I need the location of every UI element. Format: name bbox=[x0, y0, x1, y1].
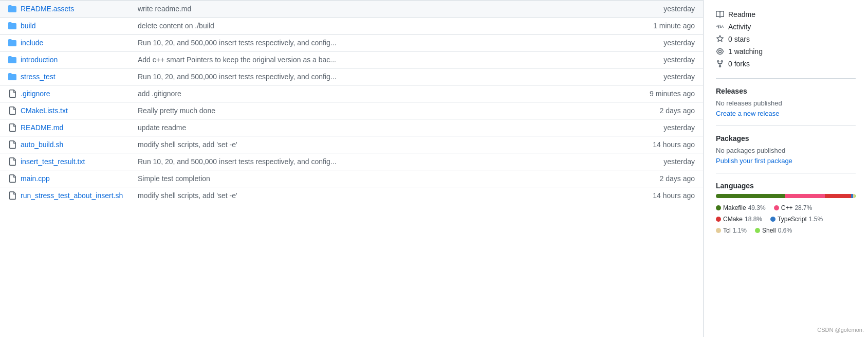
forks-meta[interactable]: 0 forks bbox=[716, 58, 856, 70]
table-row: insert_test_result.txtRun 10, 20, and 50… bbox=[0, 153, 703, 170]
folder-icon bbox=[8, 39, 16, 47]
stars-meta[interactable]: 0 stars bbox=[716, 33, 856, 45]
table-row: .gitignoreadd .gitignore9 minutes ago bbox=[0, 85, 703, 102]
file-commit-message: write readme.md bbox=[138, 5, 629, 13]
no-packages-text: No packages published bbox=[716, 147, 856, 154]
file-name[interactable]: insert_test_result.txt bbox=[21, 157, 134, 166]
file-icon bbox=[8, 90, 16, 98]
file-time: yesterday bbox=[633, 56, 695, 64]
language-dot bbox=[755, 228, 760, 233]
table-row: README.assetswrite readme.mdyesterday bbox=[0, 0, 703, 17]
table-row: introductionAdd c++ smart Pointers to ke… bbox=[0, 51, 703, 68]
file-time: yesterday bbox=[633, 123, 695, 132]
file-name[interactable]: introduction bbox=[21, 56, 134, 64]
table-row: run_stress_test_about_insert.shmodify sh… bbox=[0, 187, 703, 204]
language-name: CMake bbox=[723, 216, 743, 223]
language-bar-segment bbox=[785, 194, 825, 198]
folder-icon bbox=[8, 73, 16, 81]
releases-title: Releases bbox=[716, 87, 856, 95]
language-percentage: 1.5% bbox=[809, 216, 823, 223]
table-row: auto_build.shmodify shell scripts, add '… bbox=[0, 136, 703, 153]
file-time: 1 minute ago bbox=[633, 22, 695, 30]
file-icon bbox=[8, 123, 16, 132]
file-time: yesterday bbox=[633, 39, 695, 47]
language-dot bbox=[770, 217, 775, 222]
file-name[interactable]: auto_build.sh bbox=[21, 140, 134, 149]
no-releases-text: No releases published bbox=[716, 99, 856, 107]
file-time: yesterday bbox=[633, 5, 695, 13]
file-name[interactable]: run_stress_test_about_insert.sh bbox=[21, 191, 134, 200]
watching-meta[interactable]: 1 watching bbox=[716, 45, 856, 58]
file-name[interactable]: README.md bbox=[21, 123, 134, 132]
file-commit-message: Add c++ smart Pointers to keep the origi… bbox=[138, 56, 629, 64]
watching-label: 1 watching bbox=[728, 47, 763, 56]
folder-icon bbox=[8, 56, 16, 64]
language-item[interactable]: Makefile49.3% bbox=[716, 204, 766, 211]
watermark: CSDN @golemon. bbox=[817, 327, 864, 333]
language-percentage: 28.7% bbox=[795, 204, 812, 211]
packages-section: Packages No packages published Publish y… bbox=[716, 134, 856, 173]
file-name[interactable]: main.cpp bbox=[21, 174, 134, 183]
fork-icon bbox=[716, 60, 724, 68]
language-percentage: 0.6% bbox=[778, 227, 792, 234]
file-commit-message: add .gitignore bbox=[138, 90, 629, 98]
file-icon bbox=[8, 174, 16, 183]
file-name[interactable]: stress_test bbox=[21, 73, 134, 81]
file-commit-message: update readme bbox=[138, 123, 629, 132]
sidebar-meta-section: Readme Activity 0 stars bbox=[716, 8, 856, 79]
create-release-link[interactable]: Create a new release bbox=[716, 110, 780, 117]
language-list: Makefile49.3%C++28.7%CMake18.8%TypeScrip… bbox=[716, 204, 856, 234]
file-name[interactable]: build bbox=[21, 22, 134, 30]
languages-section: Languages Makefile49.3%C++28.7%CMake18.8… bbox=[716, 182, 856, 242]
folder-icon bbox=[8, 5, 16, 13]
publish-package-link[interactable]: Publish your first package bbox=[716, 157, 792, 165]
activity-meta[interactable]: Activity bbox=[716, 21, 856, 33]
language-item[interactable]: TypeScript1.5% bbox=[770, 216, 823, 223]
file-icon bbox=[8, 107, 16, 115]
language-bar bbox=[716, 194, 856, 198]
language-percentage: 49.3% bbox=[748, 204, 766, 211]
star-icon bbox=[716, 35, 724, 43]
readme-meta[interactable]: Readme bbox=[716, 8, 856, 21]
language-item[interactable]: Shell0.6% bbox=[755, 227, 792, 234]
file-time: 9 minutes ago bbox=[633, 90, 695, 98]
packages-title: Packages bbox=[716, 134, 856, 143]
language-item[interactable]: C++28.7% bbox=[774, 204, 812, 211]
stars-label: 0 stars bbox=[728, 35, 750, 43]
file-icon bbox=[8, 140, 16, 149]
language-name: C++ bbox=[781, 204, 793, 211]
languages-title: Languages bbox=[716, 182, 856, 190]
file-list-panel: README.assetswrite readme.mdyesterdaybui… bbox=[0, 0, 704, 337]
folder-icon bbox=[8, 22, 16, 30]
language-item[interactable]: CMake18.8% bbox=[716, 216, 762, 223]
file-commit-message: Simple test completion bbox=[138, 174, 629, 183]
language-bar-segment bbox=[825, 194, 851, 198]
language-dot bbox=[774, 205, 779, 210]
file-commit-message: Run 10, 20, and 500,000 insert tests res… bbox=[138, 73, 629, 81]
table-row: main.cppSimple test completion2 days ago bbox=[0, 170, 703, 187]
file-time: yesterday bbox=[633, 157, 695, 166]
file-name[interactable]: README.assets bbox=[21, 5, 134, 13]
language-name: Makefile bbox=[723, 204, 746, 211]
file-commit-message: Really pretty much done bbox=[138, 107, 629, 115]
language-bar-segment bbox=[716, 194, 785, 198]
file-time: 14 hours ago bbox=[633, 140, 695, 149]
table-row: builddelete content on ./build1 minute a… bbox=[0, 17, 703, 34]
language-name: Shell bbox=[762, 227, 776, 234]
file-time: yesterday bbox=[633, 73, 695, 81]
readme-icon bbox=[716, 10, 724, 19]
file-name[interactable]: include bbox=[21, 39, 134, 47]
file-name[interactable]: .gitignore bbox=[21, 90, 134, 98]
table-row: CMakeLists.txtReally pretty much done2 d… bbox=[0, 102, 703, 119]
forks-label: 0 forks bbox=[728, 60, 750, 68]
svg-point-0 bbox=[719, 50, 722, 53]
language-name: Tcl bbox=[723, 227, 731, 234]
table-row: stress_testRun 10, 20, and 500,000 inser… bbox=[0, 68, 703, 85]
activity-icon bbox=[716, 23, 724, 31]
table-row: includeRun 10, 20, and 500,000 insert te… bbox=[0, 34, 703, 51]
activity-label: Activity bbox=[728, 23, 751, 31]
file-name[interactable]: CMakeLists.txt bbox=[21, 107, 134, 115]
language-item[interactable]: Tcl1.1% bbox=[716, 227, 747, 234]
file-commit-message: Run 10, 20, and 500,000 insert tests res… bbox=[138, 157, 629, 166]
file-commit-message: delete content on ./build bbox=[138, 22, 629, 30]
